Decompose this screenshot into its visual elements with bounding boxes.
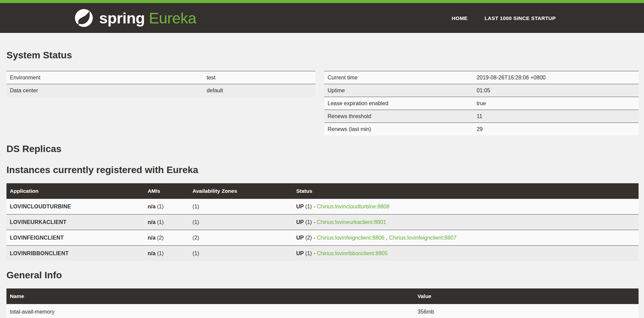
- runtime-table: Current time2019-08-26T16:28:06 +0800Upt…: [324, 71, 639, 135]
- runtime-value: 11: [473, 110, 639, 123]
- general-info-row: total-avail-memory356mb: [6, 304, 639, 318]
- env-body: EnvironmenttestData centerdefault: [6, 71, 315, 97]
- runtime-row: Lease expiration enabledtrue: [324, 97, 639, 110]
- instance-status: UP (1) - Chirius:lovineurkaclient:8801: [293, 214, 639, 230]
- instance-zones: (1): [189, 199, 293, 214]
- instance-application: LOVINEURKACLIENT: [6, 214, 144, 230]
- instance-row: LOVINFEIGNCLIENTn/a (2)(2)UP (2) - Chiri…: [6, 230, 639, 246]
- runtime-label: Current time: [324, 71, 473, 84]
- top-accent-bar: [0, 0, 644, 3]
- instance-link[interactable]: Chirius:lovincloudturbine:8808: [317, 204, 389, 209]
- runtime-label: Renews threshold: [324, 110, 473, 123]
- system-status-section: EnvironmenttestData centerdefault Curren…: [6, 71, 639, 135]
- instance-zones: (2): [189, 230, 293, 246]
- runtime-label: Lease expiration enabled: [324, 97, 473, 110]
- general-info-header-row: Name Value: [6, 288, 639, 304]
- main-content: System Status EnvironmenttestData center…: [0, 50, 644, 318]
- environment-value: default: [203, 84, 315, 97]
- instances-header-row: Application AMIs Availability Zones Stat…: [6, 183, 639, 199]
- spring-leaf-icon: [74, 8, 94, 28]
- general-info-label: total-avail-memory: [6, 304, 414, 318]
- nav-home-link[interactable]: HOME: [452, 15, 468, 21]
- instances-table-head: Application AMIs Availability Zones Stat…: [6, 183, 639, 199]
- runtime-row: Current time2019-08-26T16:28:06 +0800: [324, 71, 639, 84]
- brand: springEureka: [74, 8, 196, 28]
- col-status: Status: [293, 183, 639, 199]
- instances-body: LOVINCLOUDTURBINEn/a (1)(1)UP (1) - Chir…: [6, 199, 639, 261]
- brand-eureka: Eureka: [149, 10, 197, 27]
- environment-row: Data centerdefault: [6, 84, 315, 97]
- col-availability-zones: Availability Zones: [189, 183, 293, 199]
- environment-label: Data center: [6, 84, 203, 97]
- instance-link[interactable]: Chirius:lovineurkaclient:8801: [317, 219, 386, 225]
- general-info-table-head: Name Value: [6, 288, 639, 304]
- runtime-value: 2019-08-26T16:28:06 +0800: [473, 71, 639, 84]
- instance-amis: n/a (1): [144, 199, 189, 214]
- runtime-label: Uptime: [324, 84, 473, 97]
- instance-status-state: UP: [296, 235, 303, 241]
- runtime-row: Renews (last min)29: [324, 123, 639, 136]
- runtime-row: Renews threshold11: [324, 110, 639, 123]
- runtime-value: 01:05: [473, 84, 639, 97]
- col-application: Application: [6, 183, 144, 199]
- instance-status-state: UP: [296, 250, 303, 256]
- app-header: springEureka HOME LAST 1000 SINCE STARTU…: [0, 3, 644, 33]
- environment-row: Environmenttest: [6, 71, 315, 84]
- brand-text: springEureka: [99, 11, 196, 26]
- instance-status: UP (1) - Chirius:lovinribbonclient:8805: [293, 246, 639, 261]
- instances-title: Instances currently registered with Eure…: [6, 165, 639, 175]
- col-name: Name: [6, 288, 414, 304]
- instance-row: LOVINCLOUDTURBINEn/a (1)(1)UP (1) - Chir…: [6, 199, 639, 214]
- instance-amis-na: n/a: [148, 219, 155, 225]
- col-value: Value: [414, 288, 639, 304]
- general-body: total-avail-memory356mb: [6, 304, 639, 318]
- environment-label: Environment: [6, 71, 203, 84]
- instance-link[interactable]: Chirius:lovinfeignclient:8806: [317, 235, 384, 241]
- runtime-label: Renews (last min): [324, 123, 473, 136]
- instance-zones: (1): [189, 214, 293, 230]
- instance-link[interactable]: Chirius:lovinribbonclient:8805: [317, 250, 388, 256]
- runtime-value: 29: [473, 123, 639, 136]
- runtime-body: Current time2019-08-26T16:28:06 +0800Upt…: [324, 71, 639, 136]
- main-nav: HOME LAST 1000 SINCE STARTUP: [452, 15, 556, 21]
- instance-application: LOVINRIBBONCLIENT: [6, 246, 144, 261]
- general-info-value: 356mb: [414, 304, 639, 318]
- instance-status-state: UP: [296, 219, 303, 225]
- instance-amis: n/a (1): [144, 214, 189, 230]
- brand-spring: spring: [99, 10, 145, 27]
- runtime-value: true: [473, 97, 639, 110]
- instance-amis-na: n/a: [148, 250, 155, 256]
- instance-amis: n/a (2): [144, 230, 189, 246]
- instance-amis-na: n/a: [148, 204, 155, 209]
- instance-application: LOVINCLOUDTURBINE: [6, 199, 144, 214]
- environment-table: EnvironmenttestData centerdefault: [6, 71, 315, 97]
- instance-zones: (1): [189, 246, 293, 261]
- instance-amis-na: n/a: [148, 235, 155, 241]
- instances-table: Application AMIs Availability Zones Stat…: [6, 183, 639, 261]
- general-info-table: Name Value total-avail-memory356mb: [6, 288, 639, 318]
- col-amis: AMIs: [144, 183, 189, 199]
- runtime-row: Uptime01:05: [324, 84, 639, 97]
- instance-row: LOVINRIBBONCLIENTn/a (1)(1)UP (1) - Chir…: [6, 246, 639, 261]
- instance-application: LOVINFEIGNCLIENT: [6, 230, 144, 246]
- general-info-title: General Info: [6, 270, 639, 281]
- ds-replicas-title: DS Replicas: [6, 144, 639, 154]
- environment-value: test: [203, 71, 315, 84]
- instance-amis: n/a (1): [144, 246, 189, 261]
- nav-last1000-link[interactable]: LAST 1000 SINCE STARTUP: [484, 15, 556, 21]
- instance-link[interactable]: Chirius:lovinfeignclient:8807: [389, 235, 456, 241]
- instance-status: UP (2) - Chirius:lovinfeignclient:8806 ,…: [293, 230, 639, 246]
- instance-status-state: UP: [296, 204, 303, 209]
- system-status-title: System Status: [6, 50, 639, 61]
- instance-row: LOVINEURKACLIENTn/a (1)(1)UP (1) - Chiri…: [6, 214, 639, 230]
- instance-status: UP (1) - Chirius:lovincloudturbine:8808: [293, 199, 639, 214]
